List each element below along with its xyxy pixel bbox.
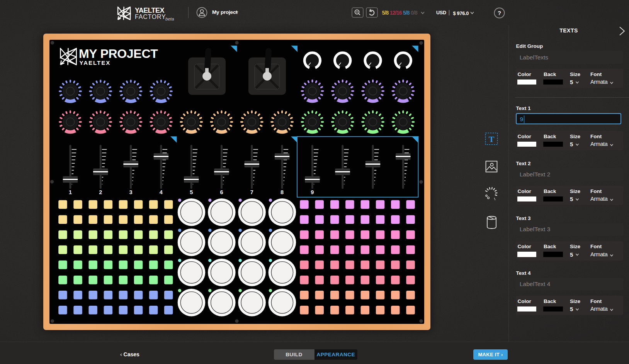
svg-text:3: 3	[129, 189, 133, 195]
svg-text:?: ?	[498, 10, 501, 16]
svg-text:1: 1	[69, 189, 72, 195]
svg-text:4: 4	[160, 189, 163, 195]
svg-text:5: 5	[190, 189, 193, 195]
svg-text:6: 6	[220, 189, 223, 195]
svg-text:2: 2	[99, 189, 102, 195]
svg-text:9: 9	[311, 189, 314, 195]
svg-text:7: 7	[250, 189, 253, 195]
svg-text:T: T	[489, 134, 495, 144]
svg-text:8: 8	[280, 189, 284, 195]
